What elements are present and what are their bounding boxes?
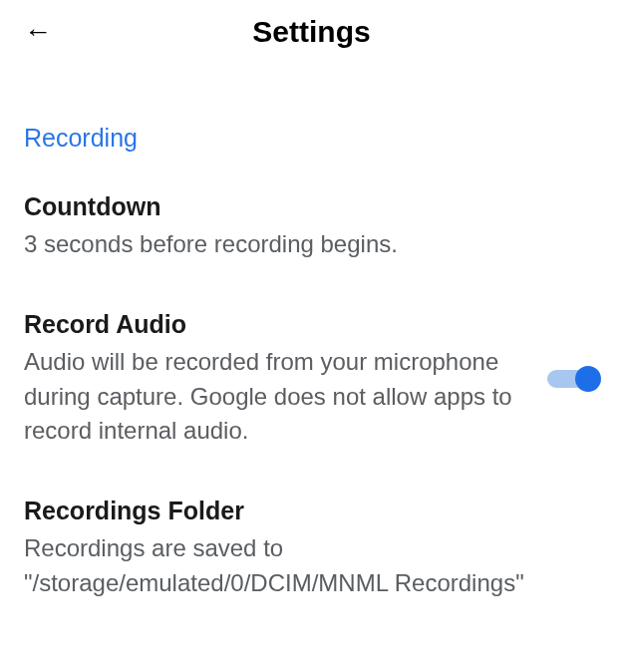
setting-title: Recordings Folder <box>24 497 599 525</box>
record-audio-toggle[interactable] <box>547 367 599 391</box>
setting-title: Countdown <box>24 192 599 221</box>
setting-text: Recordings Folder Recordings are saved t… <box>24 497 599 601</box>
back-arrow-icon[interactable]: ← <box>24 18 52 46</box>
setting-description: Audio will be recorded from your microph… <box>24 345 527 449</box>
settings-content: Recording Countdown 3 seconds before rec… <box>0 124 623 601</box>
setting-recordings-folder[interactable]: Recordings Folder Recordings are saved t… <box>24 497 599 601</box>
app-header: ← Settings <box>0 0 623 64</box>
setting-text: Record Audio Audio will be recorded from… <box>24 310 527 449</box>
setting-text: Countdown 3 seconds before recording beg… <box>24 192 599 262</box>
setting-description: Recordings are saved to "/storage/emulat… <box>24 531 599 601</box>
page-title: Settings <box>252 15 370 49</box>
setting-countdown[interactable]: Countdown 3 seconds before recording beg… <box>24 192 599 262</box>
setting-description: 3 seconds before recording begins. <box>24 227 599 262</box>
toggle-thumb <box>575 366 601 392</box>
setting-title: Record Audio <box>24 310 527 339</box>
section-header-recording: Recording <box>24 124 599 153</box>
setting-record-audio[interactable]: Record Audio Audio will be recorded from… <box>24 310 599 449</box>
